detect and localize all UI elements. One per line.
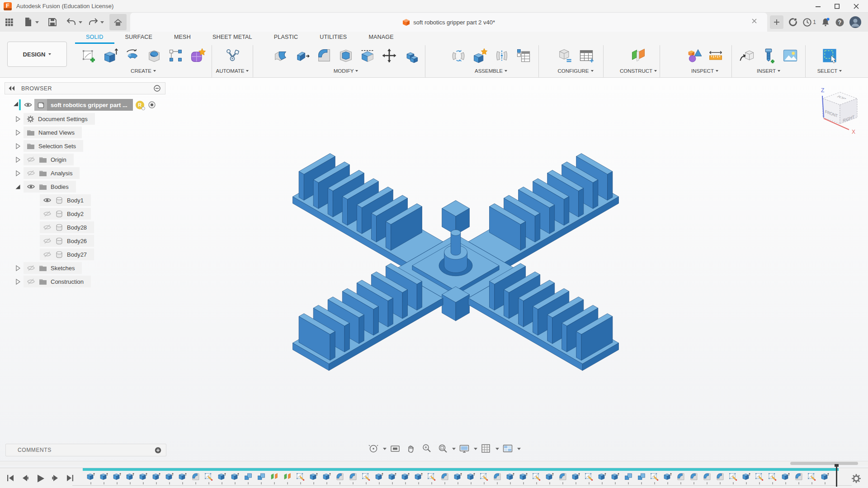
undo-button[interactable] xyxy=(65,15,78,29)
timeline-feature-sketch[interactable] xyxy=(753,472,766,484)
joint-tool[interactable] xyxy=(449,46,468,65)
timeline-feature-sketch[interactable] xyxy=(582,472,595,484)
browser-item-construction[interactable]: Construction xyxy=(5,275,176,288)
rigid-group-tool[interactable] xyxy=(514,46,533,65)
visibility-eye-icon[interactable] xyxy=(43,238,52,244)
timeline-feature-extrude[interactable] xyxy=(464,472,477,484)
timeline-position-marker[interactable] xyxy=(836,464,837,487)
timeline-feature-combine[interactable] xyxy=(635,472,648,484)
timeline-feature-sketch[interactable] xyxy=(530,472,543,484)
visibility-eye-icon[interactable] xyxy=(27,183,35,190)
browser-item-root-component[interactable]: soft robotics gripper part ... R xyxy=(5,98,176,112)
group-label-select[interactable]: SELECT xyxy=(817,68,838,74)
timeline-feature-fillet[interactable] xyxy=(713,472,726,484)
timeline-feature-extrude[interactable] xyxy=(373,472,386,484)
expand-arrow-icon[interactable] xyxy=(15,143,21,150)
view-cube[interactable]: TOP FRONT RIGHT Z X xyxy=(810,86,868,139)
timeline-feature-extrude[interactable] xyxy=(176,472,189,484)
file-home-button[interactable] xyxy=(109,14,127,30)
timeline-settings-gear-icon[interactable] xyxy=(851,473,862,486)
group-label-insert[interactable]: INSERT xyxy=(757,68,776,74)
grid-snap-caret-icon[interactable] xyxy=(495,448,499,450)
undo-caret-icon[interactable] xyxy=(79,21,82,23)
group-label-inspect[interactable]: INSPECT xyxy=(691,68,714,74)
timeline-feature-extrude[interactable] xyxy=(569,472,582,484)
timeline-feature-extrude[interactable] xyxy=(84,472,97,484)
user-avatar[interactable] xyxy=(849,16,862,28)
shell-tool[interactable] xyxy=(336,46,355,65)
timeline-feature-extrude[interactable] xyxy=(386,472,399,484)
timeline-feature-extrude[interactable] xyxy=(150,472,163,484)
revolve-tool[interactable] xyxy=(123,46,142,65)
activate-component-radio[interactable] xyxy=(148,101,156,109)
timeline-feature-extrude[interactable] xyxy=(123,472,137,484)
window-maximize-button[interactable] xyxy=(835,4,840,9)
insert-fastener-tool[interactable] xyxy=(759,46,778,65)
comments-panel[interactable]: COMMENTS xyxy=(5,444,166,456)
press-pull-tool[interactable] xyxy=(271,46,290,65)
timeline-feature-extrude[interactable] xyxy=(228,472,241,484)
expand-arrow-icon[interactable] xyxy=(15,278,21,285)
fillet-tool[interactable] xyxy=(315,46,334,65)
visibility-eye-icon[interactable] xyxy=(24,102,33,108)
combine-tool[interactable] xyxy=(401,46,420,65)
timeline-feature-extrude[interactable] xyxy=(818,472,831,484)
ribbon-tab-surface[interactable]: SURFACE xyxy=(114,32,163,44)
window-minimize-button[interactable] xyxy=(816,4,821,9)
timeline-feature-extrude[interactable] xyxy=(97,472,110,484)
timeline-feature-combine[interactable] xyxy=(622,472,635,484)
ribbon-tab-mesh[interactable]: MESH xyxy=(163,32,202,44)
offset-face-tool[interactable] xyxy=(293,46,312,65)
zoom-window-caret-icon[interactable] xyxy=(452,448,456,450)
group-label-modify[interactable]: MODIFY xyxy=(334,68,354,74)
timeline-feature-sketch[interactable] xyxy=(766,472,779,484)
configuration-table-tool[interactable] xyxy=(577,46,596,65)
display-settings-caret-icon[interactable] xyxy=(474,448,477,450)
browser-item-origin[interactable]: Origin xyxy=(5,153,176,166)
job-status-clock-icon[interactable]: 1 xyxy=(802,18,816,27)
visibility-eye-icon[interactable] xyxy=(43,211,52,217)
construction-plane-tool[interactable] xyxy=(629,46,648,65)
help-icon[interactable]: ? xyxy=(835,18,844,27)
browser-item-selection-sets[interactable]: Selection Sets xyxy=(5,139,176,153)
timeline-feature-fillet[interactable] xyxy=(333,472,346,484)
add-comment-icon[interactable] xyxy=(155,447,161,454)
ribbon-tab-utilities[interactable]: UTILITIES xyxy=(309,32,358,44)
browser-item-body26[interactable]: Body26 xyxy=(5,234,176,248)
grid-snap-icon[interactable] xyxy=(479,442,493,455)
timeline-feature-sketch[interactable] xyxy=(477,472,491,484)
timeline-feature-extrude[interactable] xyxy=(137,472,150,484)
group-label-automate[interactable]: AUTOMATE xyxy=(216,68,245,74)
timeline-feature-extrude[interactable] xyxy=(320,472,333,484)
timeline-feature-extrude[interactable] xyxy=(307,472,320,484)
new-tab-button[interactable] xyxy=(770,15,783,29)
timeline-feature-sketch[interactable] xyxy=(425,472,438,484)
expand-arrow-icon[interactable] xyxy=(15,265,21,272)
app-grid-menu-icon[interactable] xyxy=(3,15,15,29)
window-close-button[interactable] xyxy=(854,4,859,9)
timeline-feature-fillet[interactable] xyxy=(556,472,569,484)
timeline-feature-sketch[interactable] xyxy=(359,472,373,484)
browser-minimize-icon[interactable] xyxy=(154,85,160,92)
configuration-tool[interactable] xyxy=(555,46,574,65)
zoom-window-icon[interactable] xyxy=(435,442,450,455)
root-component-label[interactable]: soft robotics gripper part ... xyxy=(47,102,133,108)
move-copy-tool[interactable] xyxy=(380,46,399,65)
browser-item-document-settings[interactable]: Document Settings xyxy=(5,112,176,126)
save-button[interactable] xyxy=(46,15,59,29)
timeline-feature-sketch[interactable] xyxy=(294,472,307,484)
viewport-3d[interactable]: BROWSER soft robotics gripper part ... R… xyxy=(0,78,868,468)
play-button[interactable] xyxy=(35,474,45,483)
timeline-feature-combine[interactable] xyxy=(241,472,255,484)
browser-item-analysis[interactable]: Analysis xyxy=(5,166,176,180)
visibility-eye-icon[interactable] xyxy=(43,197,52,203)
browser-item-bodies[interactable]: Bodies xyxy=(5,180,176,193)
timeline-feature-extrude[interactable] xyxy=(163,472,176,484)
timeline-feature-sketch[interactable] xyxy=(202,472,215,484)
skip-to-end-button[interactable] xyxy=(65,474,75,483)
timeline-feature-sketch[interactable] xyxy=(805,472,818,484)
orbit-caret-icon[interactable] xyxy=(383,448,387,450)
timeline-feature-extrude[interactable] xyxy=(504,472,517,484)
create-sketch-tool[interactable] xyxy=(80,46,99,65)
viewports-caret-icon[interactable] xyxy=(517,448,521,450)
